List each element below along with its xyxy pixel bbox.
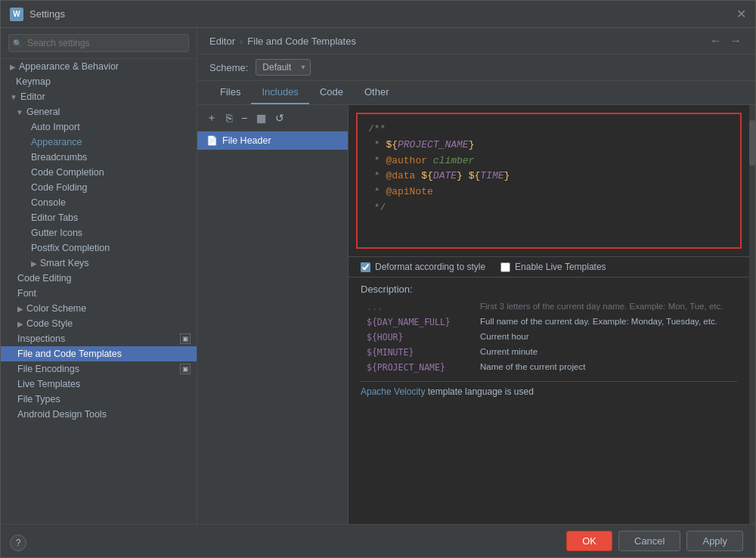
live-templates-label: Enable Live Templates	[515, 262, 606, 272]
sidebar-item-general[interactable]: ▼ General	[1, 104, 197, 119]
inspections-badge: ▣	[180, 333, 191, 344]
deformat-option[interactable]: Deformat according to style	[361, 262, 485, 272]
sidebar-item-live-templates[interactable]: Live Templates	[1, 377, 197, 392]
sidebar-item-gutter-icons[interactable]: Gutter Icons	[1, 225, 197, 240]
scheme-select[interactable]: Default Project	[256, 59, 311, 76]
delete-file-button[interactable]: −	[238, 110, 250, 126]
file-header-icon: 📄	[206, 135, 218, 146]
sidebar-item-auto-import[interactable]: Auto Import	[1, 119, 197, 135]
sidebar-item-color-scheme[interactable]: ▶ Color Scheme	[1, 301, 197, 316]
sidebar-item-keymap[interactable]: Keymap	[1, 74, 197, 89]
sidebar-item-code-completion[interactable]: Code Completion	[1, 165, 197, 180]
breadcrumb-current: File and Code Templates	[247, 36, 356, 47]
reset-file-button[interactable]: ↺	[272, 110, 287, 126]
sidebar-item-breadcrumbs[interactable]: Breadcrumbs	[1, 150, 197, 165]
sidebar-item-smart-keys[interactable]: ▶ Smart Keys	[1, 256, 197, 271]
sidebar-item-label: Code Completion	[31, 167, 191, 178]
sidebar-item-appearance[interactable]: Appearance	[1, 135, 197, 150]
var-name: ...	[361, 299, 474, 315]
apply-button[interactable]: Apply	[686, 531, 743, 551]
sidebar-item-label: Font	[17, 288, 191, 299]
var-desc: Full name of the current day. Example: M…	[474, 315, 737, 330]
sidebar-item-inspections[interactable]: Inspections ▣	[1, 331, 197, 346]
sidebar-item-appearance-behavior[interactable]: ▶ Appearance & Behavior	[1, 59, 197, 74]
table-row: ${DAY_NAME_FULL} Full name of the curren…	[361, 315, 737, 330]
tab-code[interactable]: Code	[309, 81, 354, 104]
sidebar-item-code-folding[interactable]: Code Folding	[1, 180, 197, 195]
nav-back-button[interactable]: ←	[708, 34, 723, 48]
sidebar-item-file-encodings[interactable]: File Encodings ▣	[1, 361, 197, 377]
arrow-icon: ▶	[17, 305, 23, 313]
sidebar-item-label: File and Code Templates	[17, 349, 191, 359]
tab-other[interactable]: Other	[354, 81, 400, 104]
sidebar-item-postfix-completion[interactable]: Postfix Completion	[1, 240, 197, 256]
cancel-button[interactable]: Cancel	[618, 531, 680, 551]
deformat-checkbox[interactable]	[361, 262, 370, 272]
sidebar-item-font[interactable]: Font	[1, 286, 197, 301]
search-box	[1, 28, 197, 59]
options-bar: Deformat according to style Enable Live …	[349, 256, 749, 277]
code-panel: /** * ${PROJECT_NAME} * @author climber …	[349, 105, 749, 524]
file-item-label: File Header	[222, 135, 271, 146]
sidebar-item-label: Postfix Completion	[31, 243, 191, 253]
file-item-header[interactable]: 📄 File Header	[197, 132, 348, 150]
code-line-1: /**	[368, 122, 730, 138]
description-title: Description:	[361, 284, 737, 295]
sidebar-item-editor-tabs[interactable]: Editor Tabs	[1, 210, 197, 225]
apache-footer: Apache Velocity template language is use…	[361, 381, 737, 397]
sidebar-item-file-code-templates[interactable]: File and Code Templates	[1, 346, 197, 361]
arrow-icon: ▶	[17, 320, 23, 328]
scrollbar-thumb[interactable]	[749, 120, 755, 166]
description-table: ... First 3 letters of the current day n…	[361, 299, 737, 375]
search-input[interactable]	[8, 34, 189, 52]
breadcrumb: Editor › File and Code Templates	[209, 36, 356, 47]
sidebar-item-label: Auto Import	[31, 122, 191, 132]
sidebar-item-label: Color Scheme	[26, 303, 191, 314]
titlebar: W Settings ✕	[1, 1, 755, 28]
var-desc: Name of the current project	[474, 360, 737, 375]
table-row: ${MINUTE} Current minute	[361, 345, 737, 360]
sidebar-item-editor[interactable]: ▼ Editor	[1, 89, 197, 104]
tab-includes[interactable]: Includes	[251, 81, 308, 104]
sidebar-item-label: Code Style	[26, 318, 191, 329]
tab-files[interactable]: Files	[209, 81, 251, 104]
file-encodings-badge: ▣	[180, 364, 191, 374]
scrollbar[interactable]	[749, 105, 755, 524]
apache-text: template language is used	[428, 386, 534, 397]
copy-file-button[interactable]: ⎘	[223, 110, 235, 126]
sidebar-item-file-types[interactable]: File Types	[1, 392, 197, 407]
live-templates-checkbox[interactable]	[500, 262, 510, 272]
sidebar-item-label: Code Editing	[17, 273, 191, 284]
app-icon: W	[10, 8, 23, 21]
sidebar-item-label: Android Design Tools	[17, 409, 191, 420]
tabs-bar: Files Includes Code Other	[197, 81, 755, 105]
right-panel: Editor › File and Code Templates ← → Sch…	[197, 28, 755, 524]
sidebar-item-code-editing[interactable]: Code Editing	[1, 271, 197, 286]
table-row: ... First 3 letters of the current day n…	[361, 299, 737, 315]
sidebar-item-code-style[interactable]: ▶ Code Style	[1, 316, 197, 331]
nav-forward-button[interactable]: →	[728, 34, 743, 48]
var-desc: First 3 letters of the current day name.…	[474, 299, 737, 315]
sidebar-item-android-design-tools[interactable]: Android Design Tools	[1, 407, 197, 422]
move-file-button[interactable]: ▦	[253, 110, 269, 126]
sidebar-item-label: File Encodings	[17, 364, 177, 374]
table-row: ${PROJECT_NAME} Name of the current proj…	[361, 360, 737, 375]
var-desc: Current hour	[474, 330, 737, 345]
apache-link[interactable]: Apache Velocity	[361, 386, 425, 397]
sidebar-item-label: Gutter Icons	[31, 228, 191, 238]
ok-button[interactable]: OK	[566, 531, 612, 551]
close-button[interactable]: ✕	[736, 7, 746, 21]
code-editor[interactable]: /** * ${PROJECT_NAME} * @author climber …	[356, 113, 742, 249]
sidebar-item-console[interactable]: Console	[1, 195, 197, 210]
sidebar-item-label: Console	[31, 197, 191, 208]
sidebar-item-label: Appearance	[31, 137, 191, 147]
live-templates-option[interactable]: Enable Live Templates	[500, 262, 606, 272]
code-line-5: * @apiNote	[368, 184, 730, 200]
sidebar-item-label: Inspections	[17, 333, 177, 344]
scheme-select-wrapper: Default Project	[256, 59, 311, 76]
arrow-icon: ▶	[10, 63, 16, 71]
settings-window: W Settings ✕ ▶ Appearance & Behavior Key…	[0, 0, 756, 558]
help-button[interactable]: ?	[10, 535, 26, 551]
code-line-2: * ${PROJECT_NAME}	[368, 138, 730, 153]
add-file-button[interactable]: ＋	[203, 110, 220, 126]
